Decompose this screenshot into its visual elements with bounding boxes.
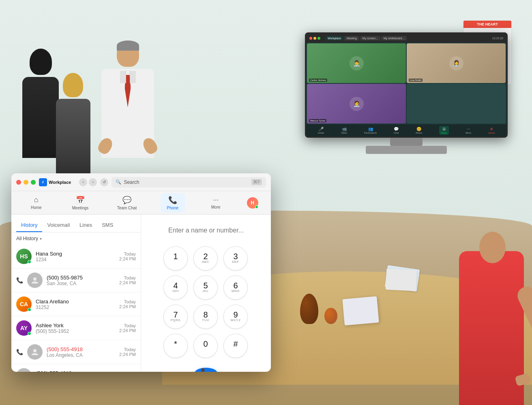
- call-info: (500) 555-4918 Los Angeles, CA: [36, 370, 112, 372]
- svg-point-3: [33, 277, 36, 281]
- toolbar-react[interactable]: 😊React: [416, 127, 422, 134]
- tab-sms[interactable]: SMS: [97, 219, 118, 232]
- dialpad-btn-4[interactable]: 4 GHI: [163, 275, 188, 300]
- dialpad-input-field[interactable]: [153, 223, 259, 238]
- tv-time: 10:23:26: [492, 37, 503, 40]
- nav-forward-button[interactable]: ›: [89, 178, 97, 186]
- traffic-lights: [16, 180, 36, 185]
- meeting-tab-screen[interactable]: My screen...: [360, 36, 380, 40]
- dialpad-letters: GHI: [172, 290, 179, 294]
- doctor-hair: [117, 40, 139, 51]
- avatar-hana-song: HS: [16, 249, 32, 264]
- tab-history[interactable]: History: [16, 219, 42, 232]
- title-bar: Z Workplace ‹ › ↺ 🔍 Search ⌘F: [11, 173, 271, 191]
- call-hour: 2:24 PM: [119, 304, 136, 309]
- dialpad-letters: PQRS: [171, 319, 181, 323]
- minimize-button[interactable]: [24, 180, 28, 185]
- toolbar-video[interactable]: 📹Video: [341, 127, 347, 134]
- nav-home[interactable]: ⌂ Home: [24, 193, 48, 212]
- status-dot: [255, 205, 258, 209]
- tv-neck: [390, 138, 423, 146]
- dialpad-btn-5[interactable]: 5 JKL: [193, 275, 218, 300]
- tab-voicemail[interactable]: Voicemail: [42, 219, 75, 232]
- meeting-tab-whiteboard[interactable]: My whiteboard...: [381, 36, 407, 40]
- dialpad-btn-6[interactable]: 6 MNO: [223, 275, 248, 300]
- tv-base: [366, 146, 447, 154]
- call-item[interactable]: 📞 (500) 555-4918 Los Angeles, CA Today 2…: [11, 340, 141, 364]
- call-time: Today 2:24 PM: [119, 275, 136, 285]
- dialpad-letters: TUV: [202, 319, 209, 323]
- call-hour: 2:24 PM: [119, 256, 136, 261]
- filter-chevron-icon: ▾: [40, 237, 42, 241]
- toolbar-more[interactable]: ···More: [466, 127, 471, 134]
- nav-meetings[interactable]: 📅 Meetings: [67, 193, 94, 213]
- phone-call-icon: 📞: [16, 349, 23, 355]
- call-item[interactable]: (500) 555-4918 Los Angeles, CA Yesterday…: [11, 364, 141, 372]
- right-person: [418, 211, 532, 405]
- dialpad-btn-star[interactable]: *: [163, 334, 188, 358]
- call-date: Today: [119, 275, 136, 280]
- zoom-logo-text: Workplace: [49, 180, 71, 185]
- participant-name-2: Lisa Smith: [409, 79, 423, 82]
- toolbar-participants[interactable]: 👥Participants: [364, 127, 377, 134]
- call-hour: 2:24 PM: [119, 280, 136, 285]
- head-silhouette: [30, 49, 52, 75]
- nav-more[interactable]: ··· More: [204, 194, 228, 212]
- call-hour: 2:24 PM: [119, 328, 136, 333]
- tab-lines[interactable]: Lines: [75, 219, 97, 232]
- dialpad-btn-0[interactable]: 0 ·: [193, 334, 218, 358]
- dialpad-btn-3[interactable]: 3 DEF: [223, 246, 248, 271]
- right-person-torso: [459, 251, 524, 405]
- call-date: Today: [119, 323, 136, 328]
- nav-team-chat[interactable]: 💬 Team Chat: [112, 193, 142, 213]
- make-call-button[interactable]: 📞: [195, 368, 217, 372]
- call-number: 1234: [36, 257, 115, 262]
- call-date: Today: [119, 347, 136, 352]
- person-icon: [31, 348, 39, 356]
- left-panel: History Voicemail Lines SMS All History …: [11, 215, 141, 372]
- call-item[interactable]: 📞 (500) 555-9875 San Jose, CA Today 2:24…: [11, 269, 141, 292]
- paper-2: [386, 269, 417, 291]
- participant-name-3: Marcus Tynes: [309, 119, 326, 122]
- call-item[interactable]: CA Clara Arellano 31252 Today 2:24 PM: [11, 292, 141, 316]
- user-avatar[interactable]: H: [247, 197, 258, 209]
- dialpad-digit: 8: [203, 311, 208, 319]
- table-items: [300, 294, 378, 324]
- dialpad-btn-1[interactable]: 1: [163, 246, 188, 271]
- meeting-tab-workplace[interactable]: Workplace: [325, 36, 343, 40]
- filter-button[interactable]: All History ▾: [16, 236, 42, 241]
- maximize-button[interactable]: [31, 180, 36, 185]
- toolbar-audio[interactable]: 🎤Audio: [318, 127, 324, 134]
- participant-avatar-3: 🧑‍⚕️: [350, 97, 364, 111]
- meeting-participants-grid: 👨‍⚕️ Carlos Jiminez 👩‍⚕️ Lisa Smith 🧑‍⚕️…: [306, 43, 506, 124]
- dialpad-btn-9[interactable]: 9 WXYZ: [223, 305, 248, 329]
- nav-home-label: Home: [31, 205, 42, 210]
- toolbar-share[interactable]: 🖥Share: [439, 126, 449, 135]
- call-name: (500) 555-9875: [47, 275, 115, 281]
- call-date: Today: [119, 299, 136, 304]
- avatar-clara: CA: [16, 296, 32, 312]
- blonde-body: [56, 99, 90, 176]
- close-button[interactable]: [16, 180, 21, 185]
- dialpad-btn-hash[interactable]: #: [223, 334, 248, 358]
- dialpad-btn-8[interactable]: 8 TUV: [193, 305, 218, 329]
- meeting-tab-meeting[interactable]: Meeting: [344, 36, 359, 40]
- dialpad-btn-2[interactable]: 2 ABC: [193, 246, 218, 271]
- filter-bar: All History ▾: [11, 232, 141, 245]
- search-bar[interactable]: 🔍 Search ⌘F: [112, 177, 266, 188]
- person-icon: [31, 276, 39, 284]
- more-icon: ···: [213, 196, 219, 204]
- dialpad-btn-7[interactable]: 7 PQRS: [163, 305, 188, 329]
- avatar-unknown-2: [27, 344, 43, 360]
- dialpad-digit: 7: [173, 311, 178, 319]
- call-item[interactable]: HS Hana Song 1234 Today 2:24 PM: [11, 245, 141, 269]
- nav-phone[interactable]: 📞 Phone: [161, 193, 185, 213]
- toolbar-leave[interactable]: ✕Leave: [488, 127, 495, 134]
- online-indicator: [28, 332, 31, 335]
- participant-tile-1: 👨‍⚕️ Carlos Jiminez: [307, 43, 406, 83]
- toolbar-chat[interactable]: 💬Chat: [394, 127, 399, 134]
- call-item[interactable]: AY Ashlee York (500) 555-1952 Today 2:24…: [11, 316, 141, 340]
- call-time: Yesterday 2:24 PM: [116, 371, 136, 372]
- history-button[interactable]: ↺: [100, 178, 108, 186]
- nav-back-button[interactable]: ‹: [79, 178, 87, 186]
